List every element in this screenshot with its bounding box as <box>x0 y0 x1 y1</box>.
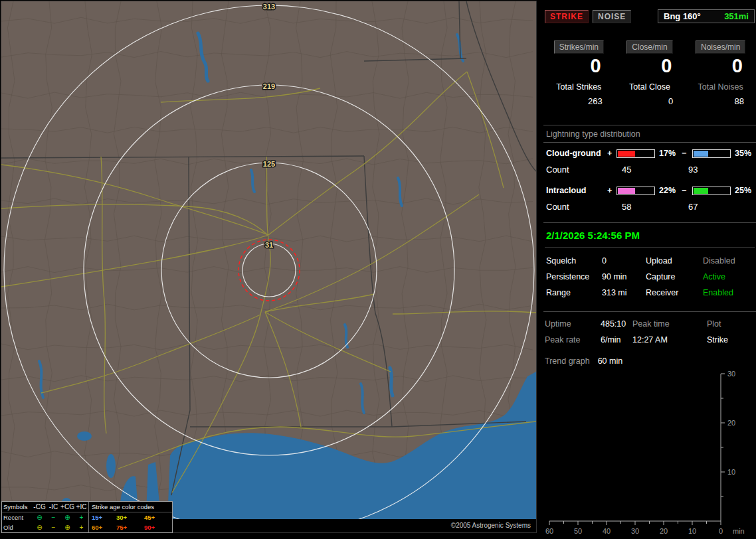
trend-graph-header: Trend graph 60 min <box>543 348 756 367</box>
x-tick-60: 60 <box>545 527 553 535</box>
persistence-label: Persistence <box>546 272 602 281</box>
strikes-per-min-button[interactable]: Strikes/min <box>554 40 604 54</box>
uptime-label: Uptime <box>545 319 601 329</box>
cg-positive-pct: 17% <box>655 149 682 158</box>
recent-pos-cg-icon: ⊕ <box>60 514 74 521</box>
legend-old-row: Old ⊖ − ⊕ + 60+ 75+ 90+ <box>2 522 172 532</box>
uptime-row: Uptime 485:10 Peak time Plot <box>543 316 756 332</box>
noise-mode-button[interactable]: NOISE <box>593 10 631 23</box>
distribution-title: Lightning type distribution <box>543 125 756 143</box>
range-label: Range <box>546 288 602 297</box>
trend-graph-window: 60 min <box>598 356 623 366</box>
squelch-value: 0 <box>602 256 646 266</box>
range-value: 313 mi <box>602 288 646 297</box>
x-tick-20: 20 <box>660 527 668 535</box>
old-neg-cg-icon: ⊖ <box>33 524 47 531</box>
minus-sign: − <box>682 149 692 158</box>
peak-rate-row: Peak rate 6/min 12:27 AM Strike <box>543 332 756 348</box>
legend-col-neg-ic: -IC <box>47 503 60 510</box>
bearing-distance: 351mi <box>724 11 749 21</box>
squelch-label: Squelch <box>546 256 602 266</box>
bearing-readout: Bng 160° 351mi <box>658 9 755 23</box>
uptime-value: 485:10 <box>601 319 632 329</box>
range-row: Range 313 mi Receiver Enabled <box>545 285 755 301</box>
ring-label-313: 313 <box>263 3 275 11</box>
cg-negative-bar <box>692 149 731 158</box>
legend-age-header: Strike age color codes <box>88 502 171 512</box>
noises-per-min-value: 0 <box>685 55 756 77</box>
capture-label: Capture <box>646 272 703 281</box>
x-tick-40: 40 <box>603 527 611 535</box>
cg-negative-count: 93 <box>675 165 753 175</box>
total-close-value: 0 <box>614 96 686 106</box>
ring-label-125: 125 <box>263 160 275 168</box>
total-strikes-value: 263 <box>543 96 614 106</box>
cloud-ground-row: Cloud-ground + 17% − 35% <box>543 143 756 158</box>
lightning-map[interactable]: 313 219 125 31 ©2005 Astrogenic Systems … <box>1 1 536 532</box>
close-per-min-value: 0 <box>614 55 686 77</box>
close-per-min-button[interactable]: Close/min <box>626 40 672 54</box>
stats-section: Uptime 485:10 Peak time Plot Peak rate 6… <box>543 312 756 348</box>
cloud-ground-count-row: Count 45 93 <box>543 158 756 175</box>
age-code-30: 30+ <box>116 514 144 521</box>
recent-neg-ic-icon: − <box>47 514 60 521</box>
legend-symbols-header: Symbols <box>3 503 33 510</box>
strikes-per-min-value: 0 <box>543 55 614 77</box>
strike-mode-button[interactable]: STRIKE <box>545 10 589 23</box>
ic-positive-count: 58 <box>616 202 675 212</box>
ic-positive-bar <box>616 187 655 195</box>
total-noises-label: Total Noises <box>685 82 756 92</box>
datetime-display: 2/1/2026 5:24:56 PM <box>545 228 755 248</box>
plus-sign: + <box>607 149 616 158</box>
receiver-label: Receiver <box>646 288 703 297</box>
bearing-value: Bng 160° <box>664 11 701 21</box>
intracloud-count-row: Count 58 67 <box>543 195 756 212</box>
legend-header-row: Symbols -CG -IC +CG +IC Strike age color… <box>2 502 172 512</box>
mode-row: STRIKE NOISE Bng 160° 351mi <box>543 0 756 23</box>
age-code-75: 75+ <box>116 524 144 531</box>
cloud-ground-label: Cloud-ground <box>546 149 607 158</box>
copyright-text: ©2005 Astrogenic Systems <box>451 522 531 529</box>
peak-time-label: Peak time <box>632 319 707 329</box>
persistence-value: 90 min <box>602 272 646 281</box>
plus-sign: + <box>607 186 616 195</box>
upload-label: Upload <box>646 256 703 266</box>
status-box: 2/1/2026 5:24:56 PM Squelch 0 Upload Dis… <box>543 222 756 312</box>
persistence-row: Persistence 90 min Capture Active <box>545 269 755 285</box>
legend-old-label: Old <box>3 524 33 531</box>
total-close-label: Total Close <box>614 82 686 92</box>
y-tick-20: 20 <box>727 419 735 427</box>
trend-graph-label: Trend graph <box>545 356 590 366</box>
legend-col-pos-ic: +IC <box>74 503 88 510</box>
total-strikes-label: Total Strikes <box>543 82 614 92</box>
ring-label-31: 31 <box>265 241 273 249</box>
cg-negative-pct: 35% <box>731 149 756 158</box>
legend-recent-label: Recent <box>3 514 33 521</box>
peak-rate-label: Peak rate <box>545 335 601 345</box>
capture-status: Active <box>703 272 753 281</box>
age-code-45: 45+ <box>144 514 171 521</box>
x-tick-10: 10 <box>688 527 696 535</box>
cg-positive-count: 45 <box>616 165 675 175</box>
age-code-60: 60+ <box>88 522 116 532</box>
recent-pos-ic-icon: + <box>74 514 88 521</box>
x-tick-30: 30 <box>631 527 639 535</box>
y-tick-10: 10 <box>727 468 735 476</box>
upload-status: Disabled <box>703 256 753 266</box>
legend-recent-row: Recent ⊖ − ⊕ + 15+ 30+ 45+ <box>2 512 172 522</box>
x-axis-unit: min <box>733 527 745 535</box>
status-panel: STRIKE NOISE Bng 160° 351mi Strikes/min … <box>543 0 756 539</box>
x-tick-0: 0 <box>719 527 723 535</box>
ic-negative-count: 67 <box>675 202 753 212</box>
ring-label-219: 219 <box>263 82 275 90</box>
old-neg-ic-icon: − <box>47 524 60 531</box>
count-label: Count <box>546 202 607 212</box>
plot-value: Strike <box>707 335 755 345</box>
total-noises-value: 88 <box>685 96 756 106</box>
noises-per-min-button[interactable]: Noises/min <box>696 40 745 54</box>
minus-sign: − <box>682 186 692 195</box>
legend-col-neg-cg: -CG <box>33 503 47 510</box>
y-tick-30: 30 <box>727 370 735 378</box>
x-tick-50: 50 <box>574 527 582 535</box>
recent-neg-cg-icon: ⊖ <box>33 514 47 521</box>
